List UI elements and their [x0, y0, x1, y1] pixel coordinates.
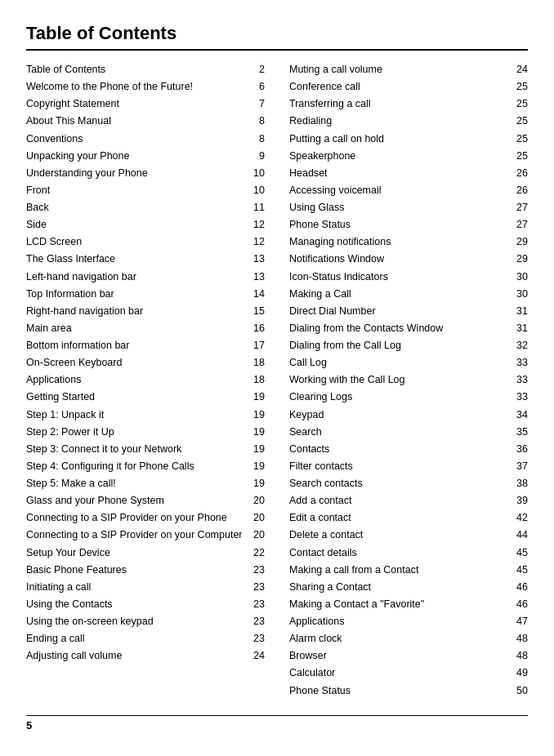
toc-item-page: 48 [512, 631, 528, 646]
toc-row: Putting a call on hold25 [289, 131, 528, 146]
toc-item-page: 34 [512, 407, 528, 422]
toc-row: Filter contacts37 [289, 459, 528, 474]
toc-item-page: 25 [512, 131, 528, 146]
toc-row: Step 5: Make a call!19 [26, 476, 265, 491]
toc-item-page: 18 [248, 355, 265, 370]
toc-item-label: Clearing Logs [289, 389, 512, 404]
toc-item-page: 33 [512, 372, 528, 387]
toc-item-label: Setup Your Device [26, 545, 248, 560]
toc-item-page: 32 [512, 338, 528, 353]
toc-item-page: 42 [512, 510, 528, 525]
toc-item-label: Ending a call [26, 631, 248, 646]
toc-item-label: Muting a call volume [289, 62, 512, 77]
toc-row: Conference call25 [289, 79, 528, 94]
toc-row: Table of Contents2 [26, 62, 265, 77]
toc-row: Welcome to the Phone of the Future!6 [26, 79, 265, 94]
toc-item-label: Edit a contact [289, 510, 512, 525]
toc-item-label: Right-hand navigation bar [26, 304, 248, 318]
toc-row: Add a contact39 [289, 493, 528, 508]
toc-row: Call Log33 [289, 355, 528, 370]
toc-item-page: 20 [248, 510, 265, 525]
toc-row: Getting Started19 [26, 389, 265, 404]
footer-rule [26, 715, 528, 716]
toc-row: Applications47 [289, 614, 528, 629]
toc-item-page: 13 [248, 251, 265, 266]
toc-item-page: 46 [512, 580, 528, 594]
toc-item-page: 19 [248, 425, 265, 439]
toc-row: Top Information bar14 [26, 287, 265, 301]
toc-row: Managing notifications29 [289, 234, 528, 249]
toc-item-page: 33 [512, 355, 528, 370]
toc-item-label: Step 1: Unpack it [26, 407, 248, 422]
toc-item-label: Icon-Status Indicators [289, 269, 512, 284]
toc-row: Front10 [26, 183, 265, 198]
toc-row: Using the Contacts23 [26, 597, 265, 611]
toc-item-label: Alarm clock [289, 631, 512, 646]
toc-item-label: Conference call [289, 79, 512, 94]
toc-item-label: Speakerphone [289, 149, 512, 163]
toc-row: Notifications Window29 [289, 251, 528, 266]
toc-item-page: 27 [512, 200, 528, 215]
toc-item-page: 16 [248, 321, 265, 336]
toc-item-label: Contact details [289, 545, 512, 560]
toc-item-label: Connecting to a SIP Provider on your Pho… [26, 510, 248, 525]
toc-item-page: 8 [248, 131, 265, 146]
toc-row: Left-hand navigation bar13 [26, 269, 265, 284]
toc-item-page: 39 [512, 493, 528, 508]
title-divider [26, 49, 528, 51]
toc-item-page: 31 [512, 304, 528, 318]
toc-row: Making a call from a Contact45 [289, 563, 528, 577]
toc-row: Headset26 [289, 166, 528, 180]
toc-item-page: 36 [512, 442, 528, 456]
toc-row: Sharing a Contact46 [289, 580, 528, 594]
toc-item-page: 18 [248, 372, 265, 387]
toc-item-page: 25 [512, 149, 528, 163]
toc-row: Phone Status50 [289, 683, 528, 698]
toc-row: LCD Screen12 [26, 234, 265, 249]
toc-row: Connecting to a SIP Provider on your Pho… [26, 510, 265, 525]
toc-row: Step 4: Configuring it for Phone Calls19 [26, 459, 265, 474]
toc-item-page: 31 [512, 321, 528, 336]
toc-item-page: 12 [248, 217, 265, 232]
toc-row: Side12 [26, 217, 265, 232]
toc-item-page: 33 [512, 389, 528, 404]
toc-row: Contacts36 [289, 442, 528, 456]
toc-row: On-Screen Keyboard18 [26, 355, 265, 370]
toc-item-label: Managing notifications [289, 234, 512, 249]
toc-item-label: Step 2: Power it Up [26, 425, 248, 439]
toc-row: Clearing Logs33 [289, 389, 528, 404]
toc-item-label: Search [289, 425, 512, 439]
toc-item-page: 50 [512, 683, 528, 698]
toc-row: Right-hand navigation bar15 [26, 304, 265, 318]
toc-item-page: 25 [512, 96, 528, 111]
toc-item-page: 44 [512, 527, 528, 542]
toc-item-page: 19 [248, 407, 265, 422]
toc-item-label: Accessing voicemail [289, 183, 512, 198]
toc-item-page: 13 [248, 269, 265, 284]
toc-item-page: 7 [248, 96, 265, 111]
toc-item-label: Working with the Call Log [289, 372, 512, 387]
toc-item-label: Step 4: Configuring it for Phone Calls [26, 459, 248, 474]
toc-row: Alarm clock48 [289, 631, 528, 646]
toc-row: Conventions8 [26, 131, 265, 146]
toc-row: Initiating a call23 [26, 580, 265, 594]
toc-item-page: 22 [248, 545, 265, 560]
toc-item-page: 23 [248, 614, 265, 629]
toc-row: Setup Your Device22 [26, 545, 265, 560]
toc-item-label: Using Glass [289, 200, 512, 215]
toc-item-label: Delete a contact [289, 527, 512, 542]
toc-row: Dialing from the Contacts Window31 [289, 321, 528, 336]
toc-item-label: Call Log [289, 355, 512, 370]
toc-item-page: 25 [512, 79, 528, 94]
toc-item-label: Initiating a call [26, 580, 248, 594]
toc-item-page: 37 [512, 459, 528, 474]
toc-item-label: Transferring a call [289, 96, 512, 111]
toc-item-page: 19 [248, 442, 265, 456]
toc-item-label: Understanding your Phone [26, 166, 248, 180]
toc-item-label: Contacts [289, 442, 512, 456]
toc-row: Search contacts38 [289, 476, 528, 491]
toc-item-page: 46 [512, 597, 528, 611]
toc-item-label: Step 3: Connect it to your Network [26, 442, 248, 456]
toc-row: Transferring a call25 [289, 96, 528, 111]
toc-row: Contact details45 [289, 545, 528, 560]
